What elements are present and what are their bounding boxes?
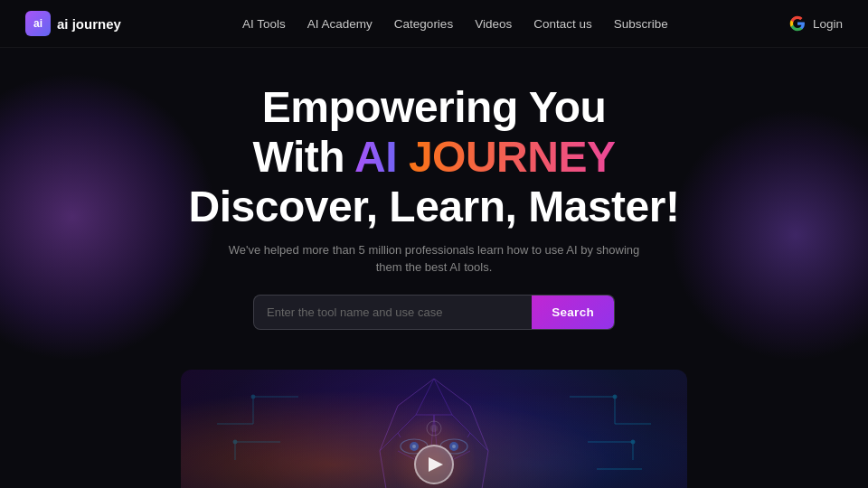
svg-point-13 bbox=[251, 395, 255, 399]
logo-icon: ai bbox=[25, 11, 51, 36]
logo-link[interactable]: ai ai journey bbox=[25, 11, 121, 36]
search-bar: Search bbox=[253, 295, 615, 330]
nav-item-ai-academy[interactable]: AI Academy bbox=[307, 17, 373, 31]
svg-point-41 bbox=[412, 445, 416, 448]
play-icon bbox=[429, 457, 443, 472]
logo-text: ai journey bbox=[57, 16, 121, 32]
search-input[interactable] bbox=[254, 296, 532, 329]
nav-item-categories[interactable]: Categories bbox=[394, 17, 453, 31]
play-button[interactable] bbox=[414, 445, 454, 484]
navbar: ai ai journey AI Tools AI Academy Catego… bbox=[0, 0, 868, 48]
nav-item-ai-tools[interactable]: AI Tools bbox=[242, 17, 286, 31]
nav-right: Login bbox=[789, 15, 843, 32]
nav-links: AI Tools AI Academy Categories Videos Co… bbox=[242, 15, 668, 32]
svg-point-14 bbox=[233, 440, 237, 444]
nav-item-contact[interactable]: Contact us bbox=[533, 17, 592, 31]
hero-subtitle: We've helped more than 5 million profess… bbox=[217, 241, 651, 277]
login-button[interactable]: Login bbox=[813, 17, 843, 31]
hero-section: Empowering You With AI JOURNEY Discover,… bbox=[0, 48, 868, 348]
nav-item-videos[interactable]: Videos bbox=[475, 17, 512, 31]
video-section bbox=[181, 370, 687, 488]
search-button[interactable]: Search bbox=[532, 296, 614, 329]
video-background bbox=[181, 370, 687, 488]
svg-point-44 bbox=[430, 425, 438, 432]
svg-point-6 bbox=[613, 395, 617, 399]
svg-point-7 bbox=[631, 440, 635, 444]
nav-item-subscribe[interactable]: Subscribe bbox=[614, 17, 668, 31]
svg-point-42 bbox=[452, 445, 456, 448]
hero-title: Empowering You With AI JOURNEY Discover,… bbox=[18, 82, 850, 232]
google-icon bbox=[789, 15, 806, 32]
